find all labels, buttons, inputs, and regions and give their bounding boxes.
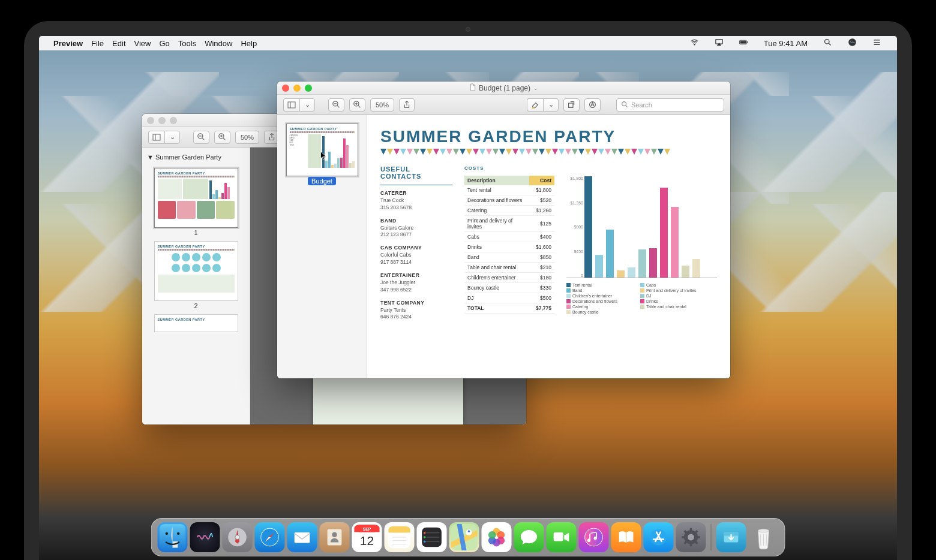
dock-notes[interactable] xyxy=(385,522,415,552)
svg-rect-7 xyxy=(153,134,160,140)
menu-tools[interactable]: Tools xyxy=(178,39,196,48)
document-icon xyxy=(469,83,476,93)
dock-downloads[interactable] xyxy=(716,522,746,552)
dock-messages[interactable] xyxy=(514,522,544,552)
svg-point-54 xyxy=(424,532,426,534)
zoom-in-button[interactable] xyxy=(349,98,365,112)
svg-rect-46 xyxy=(388,530,410,533)
airplay-icon[interactable] xyxy=(715,38,724,49)
svg-line-22 xyxy=(358,106,360,107)
legend-item: Children's entertainer xyxy=(566,294,634,298)
traffic-lights[interactable] xyxy=(282,85,312,92)
legend-item: Table and chair rental xyxy=(640,305,708,309)
costs-header: COSTS xyxy=(464,165,554,171)
svg-point-67 xyxy=(585,529,602,546)
dock-trash[interactable] xyxy=(749,522,779,552)
sidebar-doc-title[interactable]: ▼ Summer Garden Party xyxy=(146,151,246,163)
page-thumbnail-3[interactable]: SUMMER GARDEN PARTY xyxy=(154,314,238,332)
window-title[interactable]: Budget (1 page) xyxy=(479,84,530,92)
menu-window[interactable]: Window xyxy=(205,39,232,48)
spotlight-icon[interactable] xyxy=(823,38,832,49)
menu-edit[interactable]: Edit xyxy=(112,39,125,48)
chart-bar xyxy=(692,259,700,278)
svg-point-30 xyxy=(166,532,168,535)
dropdown-chevron-icon[interactable]: ⌄ xyxy=(533,85,538,91)
siri-icon[interactable] xyxy=(848,38,857,49)
zoom-in-button[interactable] xyxy=(214,131,230,144)
contact-block: CATERERTrue Cook315 203 5678 xyxy=(380,190,452,212)
cost-bar-chart: $1,800$1,350$900$4500 xyxy=(566,176,717,278)
dock-siri[interactable] xyxy=(190,522,220,552)
app-menu[interactable]: Preview xyxy=(53,39,83,48)
svg-point-82 xyxy=(758,529,769,532)
traffic-lights[interactable] xyxy=(147,117,177,124)
dock-preferences[interactable] xyxy=(676,522,706,552)
sidebar-view-button[interactable]: ⌄ xyxy=(283,98,315,112)
markup-button[interactable] xyxy=(584,98,601,112)
svg-point-38 xyxy=(332,532,337,538)
dock-safari[interactable] xyxy=(255,522,285,552)
svg-rect-36 xyxy=(295,532,310,543)
document-page[interactable]: SUMMER GARDEN PARTY USEFUL CONTACTS CATE… xyxy=(367,115,730,378)
dock-launchpad[interactable] xyxy=(223,522,253,552)
table-row: Cabs$400 xyxy=(464,232,554,242)
window-budget[interactable]: Budget (1 page) ⌄ ⌄ 50% ⌄ Search SUMMER … xyxy=(277,82,730,378)
dock-calendar[interactable]: SEP12 xyxy=(352,522,382,552)
svg-line-78 xyxy=(695,531,698,533)
clock[interactable]: Tue 9:41 AM xyxy=(764,39,808,48)
share-button[interactable] xyxy=(399,98,415,112)
dock-maps[interactable] xyxy=(449,522,479,552)
table-row: Bouncy castle$330 xyxy=(464,283,554,293)
svg-rect-65 xyxy=(554,532,563,541)
menu-file[interactable]: File xyxy=(91,39,104,48)
legend-item: Cabs xyxy=(640,283,708,287)
dock-contacts[interactable] xyxy=(320,522,350,552)
dock-photos[interactable] xyxy=(482,522,512,552)
page-thumbnail-2[interactable]: SUMMER GARDEN PARTY xyxy=(154,241,238,301)
page-thumbnail-budget[interactable]: SUMMER GARDEN PARTY CATERERBANDCABENTTEN… xyxy=(286,124,358,176)
chart-bar xyxy=(682,266,689,278)
zoom-level[interactable]: 50% xyxy=(370,98,394,112)
dock-facetime[interactable] xyxy=(547,522,577,552)
disclosure-triangle-icon[interactable]: ▼ xyxy=(147,153,154,161)
notification-center-icon[interactable] xyxy=(872,38,881,49)
dock-appstore[interactable] xyxy=(644,522,674,552)
svg-rect-4 xyxy=(747,41,748,43)
menu-view[interactable]: View xyxy=(134,39,151,48)
dock-ibooks[interactable] xyxy=(611,522,641,552)
legend-item: Band xyxy=(566,288,634,293)
zoom-out-button[interactable] xyxy=(193,131,209,144)
rotate-button[interactable] xyxy=(563,98,580,112)
svg-point-0 xyxy=(694,44,695,45)
dock-finder[interactable] xyxy=(158,522,188,552)
table-row: Band$850 xyxy=(464,252,554,263)
page-thumbnail-1[interactable]: SUMMER GARDEN PARTY xyxy=(154,168,238,228)
svg-rect-3 xyxy=(740,41,746,43)
svg-line-10 xyxy=(202,138,204,140)
legend-item: Bouncy castle xyxy=(566,310,634,314)
legend-item: Tent rental xyxy=(566,283,634,287)
highlight-button[interactable]: ⌄ xyxy=(527,98,559,112)
wifi-icon[interactable] xyxy=(690,38,699,49)
chart-bar xyxy=(628,267,635,278)
page-number-1: 1 xyxy=(146,229,246,236)
svg-line-28 xyxy=(626,106,628,107)
table-row: Tent rental$1,800 xyxy=(464,185,554,195)
svg-point-27 xyxy=(622,102,626,106)
dock-reminders[interactable] xyxy=(417,522,447,552)
chart-bar xyxy=(584,176,592,278)
svg-rect-16 xyxy=(288,102,295,108)
battery-icon[interactable] xyxy=(739,38,748,49)
dock-itunes[interactable] xyxy=(579,522,609,552)
sidebar-view-button[interactable]: ⌄ xyxy=(148,131,180,144)
zoom-out-button[interactable] xyxy=(328,98,344,112)
search-input[interactable]: Search xyxy=(616,98,724,112)
dock-mail[interactable] xyxy=(287,522,317,552)
menu-go[interactable]: Go xyxy=(159,39,169,48)
zoom-level[interactable]: 50% xyxy=(235,131,259,144)
menu-help[interactable]: Help xyxy=(241,39,257,48)
chart-bar xyxy=(617,270,625,278)
chart-legend: Tent rentalCabsBandPrint and delivery of… xyxy=(566,283,717,314)
svg-point-56 xyxy=(424,540,426,543)
costs-table: Description Cost Tent rental$1,800Decora… xyxy=(464,176,554,314)
